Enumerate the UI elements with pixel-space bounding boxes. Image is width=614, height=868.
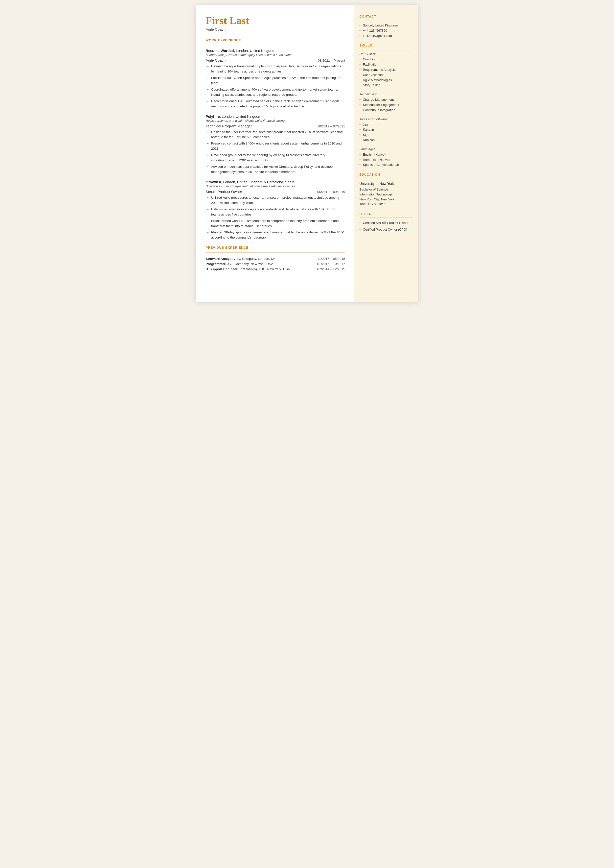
university-name: University of New York: [360, 181, 413, 186]
other-item-1: Certified SAFe® Product Owner: [360, 220, 413, 226]
job-bullets-1: Defined the agile transformation plan fo…: [206, 64, 345, 109]
name-title-block: First Last Agile Coach: [206, 15, 345, 31]
skill-facilitation: Facilitation: [360, 62, 413, 67]
skill-kanban: Kanban: [360, 127, 413, 132]
skill-rubicon: Rubicon: [360, 138, 413, 143]
other-divider: [360, 217, 413, 217]
lang-romanian: Romanian (Native): [360, 157, 413, 163]
languages-label: Languages:: [360, 147, 413, 151]
contact-phone: +44 1234567890: [360, 28, 413, 33]
skills-divider: [360, 49, 413, 49]
edu-dates: 10/2011 - 06/2014: [360, 202, 413, 207]
degree: Bachelor of Science: [360, 187, 413, 192]
prev-job-row-3: IT Support Engineer (Internship), ABC, N…: [206, 267, 345, 272]
education-block: University of New York Bachelor of Scien…: [360, 181, 413, 207]
job-title-3: Scrum Product Owner: [206, 189, 242, 194]
bullet-2-4: Advised on technical best practices for …: [211, 164, 345, 175]
bullet-1-2: Facilitated 60+ Open Spaces about Agile …: [211, 76, 345, 86]
work-experience-heading: WORK EXPERIENCE: [206, 38, 345, 42]
candidate-name: First Last: [206, 15, 345, 26]
contact-email: first.last@gmail.com: [360, 33, 413, 39]
resume-page: First Last Agile Coach WORK EXPERIENCE R…: [196, 5, 419, 302]
other-heading: OTHER: [360, 212, 413, 216]
skill-user-validation: User Validation: [360, 73, 413, 78]
skill-coaching: Coaching: [360, 57, 413, 62]
other-list: Certified SAFe® Product Owner Certified …: [360, 220, 413, 232]
job-dates-1: 08/2021 – Present: [318, 59, 345, 62]
company-tagline-3: Specializes in mortgages that help custo…: [206, 184, 345, 188]
bullet-3-1: Utilized Agile procedures to foster a tr…: [211, 195, 345, 206]
job-block-3: Growthsi, London, United Kingdom & Barce…: [206, 180, 345, 240]
techniques-list: Change Management Stakeholder Engagement…: [360, 97, 413, 113]
job-block-2: Polyhire, London, United Kingdom Helps p…: [206, 115, 345, 175]
bullet-3-4: Planned 30-day sprints in a time-efficie…: [211, 230, 345, 240]
skill-story-telling: Story Telling: [360, 83, 413, 88]
prev-job-row-2: Programmer, XYZ Company, New York, USA 0…: [206, 261, 345, 267]
field: Information Technology: [360, 192, 413, 197]
prev-job-dates-1: 11/2017 – 05/2018: [310, 256, 345, 261]
languages-list: English (Native) Romanian (Native) Spani…: [360, 152, 413, 168]
bullet-2-2: Preserved contact with 3400+ end-user cl…: [211, 141, 345, 151]
prev-exp-divider: [206, 252, 345, 253]
skill-agile-methodologies: Agile Methodologies: [360, 78, 413, 83]
contact-heading: CONTACT: [360, 15, 413, 18]
bullet-1-3: Coordinated efforts among 40+ software d…: [211, 87, 345, 98]
right-column: CONTACT Salford, United Kingdom +44 1234…: [354, 5, 419, 302]
job-bullets-3: Utilized Agile procedures to foster a tr…: [206, 195, 345, 240]
techniques-label: Techniques:: [360, 92, 413, 96]
left-column: First Last Agile Coach WORK EXPERIENCE R…: [196, 5, 354, 302]
job-row-2: Technical Program Manager 10/2019 – 07/2…: [206, 124, 345, 128]
job-dates-2: 10/2019 – 07/2021: [317, 124, 345, 128]
skill-requirements: Requirements Analysis: [360, 67, 413, 73]
job-bullets-2: Designed the user interface for RW's pil…: [206, 130, 345, 175]
bullet-2-3: Developed group policy for file sharing …: [211, 153, 345, 163]
job-dates-3: 06/2018 – 09/2019: [317, 190, 345, 194]
job-title-1: Agile Coach: [206, 58, 226, 62]
job-row-3: Scrum Product Owner 06/2018 – 09/2019: [206, 189, 345, 194]
prev-job-dates-2: 01/2016 – 10/2017: [310, 261, 345, 267]
bullet-3-3: Brainstormed with 140+ stakeholders to c…: [211, 219, 345, 229]
contact-location: Salford, United Kingdom: [360, 23, 413, 28]
edu-location: New York City, New York: [360, 197, 413, 202]
lang-english: English (Native): [360, 152, 413, 157]
company-tagline-1: A lender that provides home equity lines…: [206, 53, 345, 57]
job-title-2: Technical Program Manager: [206, 124, 252, 128]
skill-sql: SQL: [360, 132, 413, 138]
prev-job-title-3: IT Support Engineer (Internship), ABC, N…: [206, 267, 310, 272]
job-block-1: Resume Worded, London, United Kingdom A …: [206, 49, 345, 109]
prev-job-title-1: Software Analyst, ABC Company, London, U…: [206, 256, 310, 261]
bullet-1-4: Decommissioned 120+ outdated servers in …: [211, 99, 345, 109]
other-block: Certified SAFe® Product Owner Certified …: [360, 220, 413, 232]
skill-stakeholder-engagement: Stakeholder Engagement: [360, 102, 413, 108]
skill-continuous-integration: Continuous Integration: [360, 108, 413, 113]
company-name-2: Polyhire, London, United Kingdom: [206, 115, 345, 118]
prev-job-row-1: Software Analyst, ABC Company, London, U…: [206, 256, 345, 261]
company-name-3: Growthsi, London, United Kingdom & Barce…: [206, 180, 345, 184]
company-name-1: Resume Worded, London, United Kingdom: [206, 49, 345, 53]
prev-job-title-2: Programmer, XYZ Company, New York, USA: [206, 261, 310, 267]
prev-exp-heading: PREVIOUS EXPERIENCE: [206, 246, 345, 249]
lang-spanish: Spanish (Conversational): [360, 162, 413, 168]
tools-list: Jira Kanban SQL Rubicon: [360, 122, 413, 143]
contact-divider: [360, 20, 413, 20]
skills-heading: SKILLS: [360, 44, 413, 47]
prev-exp-table: Software Analyst, ABC Company, London, U…: [206, 256, 345, 272]
bullet-3-2: Established user story acceptance standa…: [211, 207, 345, 217]
job-row-1: Agile Coach 08/2021 – Present: [206, 58, 345, 62]
tools-label: Tools and Software:: [360, 117, 413, 121]
other-item-2: Certified Product Owner (CPO): [360, 227, 413, 232]
skill-change-management: Change Management: [360, 97, 413, 102]
education-heading: EDUCATION: [360, 173, 413, 176]
hard-skills-label: Hard Skills:: [360, 52, 413, 56]
prev-job-dates-3: 07/2014 – 12/2015: [310, 267, 345, 272]
company-tagline-2: Helps personal, and wealth clients build…: [206, 119, 345, 123]
bullet-2-1: Designed the user interface for RW's pil…: [211, 130, 345, 140]
contact-list: Salford, United Kingdom +44 1234567890 f…: [360, 23, 413, 38]
work-experience-divider: [206, 45, 345, 45]
education-divider: [360, 178, 413, 178]
hard-skills-list: Coaching Facilitation Requirements Analy…: [360, 57, 413, 88]
skill-jira: Jira: [360, 122, 413, 127]
candidate-subtitle: Agile Coach: [206, 27, 345, 31]
bullet-1-1: Defined the agile transformation plan fo…: [211, 64, 345, 74]
